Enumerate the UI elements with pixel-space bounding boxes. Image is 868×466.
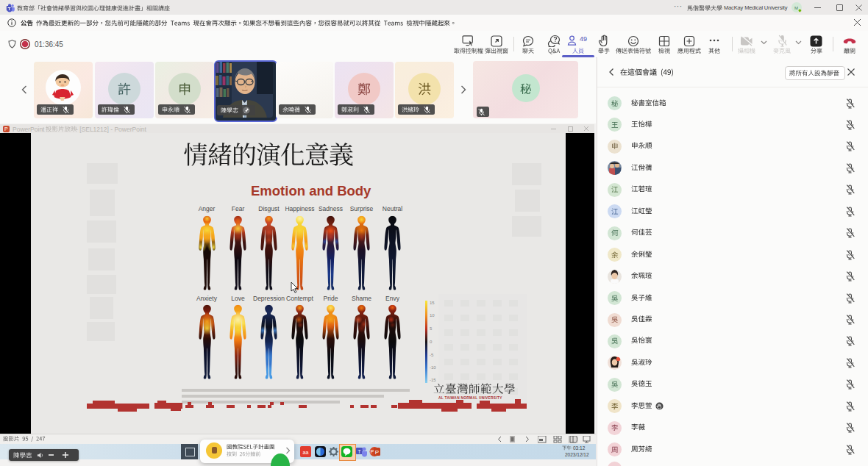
svg-text:M: M	[794, 6, 798, 10]
svg-text:aa: aa	[303, 450, 309, 455]
svg-text:T: T	[358, 449, 361, 454]
svg-text:P: P	[370, 449, 374, 454]
svg-text:P: P	[375, 449, 379, 456]
